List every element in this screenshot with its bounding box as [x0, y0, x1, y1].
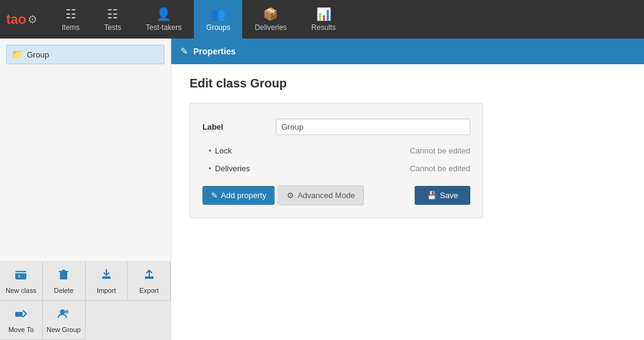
- properties-icon: ✎: [180, 46, 188, 57]
- lock-property-name: Lock: [215, 146, 283, 155]
- properties-title: Properties: [193, 46, 235, 56]
- move-to-svg: [14, 307, 28, 320]
- save-button[interactable]: 💾 Save: [415, 186, 470, 205]
- svg-point-9: [65, 310, 68, 314]
- svg-rect-6: [145, 276, 154, 279]
- advanced-mode-label: Advanced Mode: [297, 191, 355, 200]
- logo: tao ⚙: [6, 12, 37, 28]
- logo-decoration: ⚙: [28, 13, 37, 26]
- delete-svg: [57, 268, 70, 281]
- import-icon: [100, 268, 113, 284]
- delete-button[interactable]: Delete: [43, 262, 86, 301]
- items-icon: ☷: [65, 7, 76, 21]
- move-to-button[interactable]: Move To: [0, 301, 43, 340]
- deliveries-property-row: • Deliveries Cannot be edited: [202, 164, 470, 173]
- move-to-label: Move To: [9, 326, 34, 333]
- content-area: ✎ Properties Edit class Group Label • Lo…: [171, 39, 644, 340]
- top-navigation: tao ⚙ ☷ Items ☷ Tests 👤 Test-takers 👥 Gr…: [0, 0, 644, 39]
- label-input[interactable]: [276, 119, 470, 135]
- deliveries-property-name: Deliveries: [215, 164, 283, 173]
- export-button[interactable]: Export: [128, 262, 171, 301]
- svg-text:+: +: [18, 273, 21, 279]
- results-icon: 📊: [316, 7, 331, 21]
- export-svg: [142, 268, 156, 281]
- test-takers-icon: 👤: [156, 7, 171, 21]
- deliveries-icon: 📦: [263, 7, 278, 21]
- nav-label-groups: Groups: [206, 23, 230, 32]
- nav-item-tests[interactable]: ☷ Tests: [92, 0, 133, 39]
- delete-icon: [57, 268, 70, 284]
- nav-item-test-takers[interactable]: 👤 Test-takers: [133, 0, 194, 39]
- tree-item-label: Group: [27, 50, 49, 59]
- folder-icon: 📁: [12, 49, 23, 60]
- nav-item-items[interactable]: ☷ Items: [50, 0, 92, 39]
- svg-rect-4: [62, 270, 65, 271]
- new-class-icon: +: [14, 268, 28, 284]
- move-to-icon: [14, 307, 28, 323]
- nav-items: ☷ Items ☷ Tests 👤 Test-takers 👥 Groups 📦…: [50, 0, 638, 39]
- delete-label: Delete: [54, 287, 73, 294]
- export-label: Export: [139, 287, 159, 294]
- new-group-icon: [57, 307, 70, 323]
- new-group-svg: [57, 307, 70, 320]
- lock-property-row: • Lock Cannot be edited: [202, 146, 470, 155]
- gear-icon: ⚙: [287, 191, 294, 200]
- tests-icon: ☷: [107, 7, 118, 21]
- save-icon: 💾: [427, 191, 437, 200]
- new-class-button[interactable]: + New class: [0, 262, 43, 301]
- form-actions: ✎ Add property ⚙ Advanced Mode 💾 Save: [202, 185, 470, 205]
- nav-item-deliveries[interactable]: 📦 Deliveries: [242, 0, 299, 39]
- edit-class-title: Edit class Group: [190, 76, 626, 91]
- nav-label-results: Results: [311, 23, 336, 32]
- import-label: Import: [97, 287, 116, 294]
- import-button[interactable]: Import: [86, 262, 128, 301]
- save-label: Save: [440, 191, 458, 200]
- nav-item-results[interactable]: 📊 Results: [299, 0, 348, 39]
- svg-rect-5: [102, 276, 111, 279]
- nav-label-items: Items: [62, 23, 80, 32]
- new-group-button[interactable]: New Group: [43, 301, 86, 340]
- label-field-label: Label: [202, 122, 276, 131]
- tree-item-group[interactable]: 📁 Group: [6, 45, 165, 64]
- lock-property-value: Cannot be edited: [410, 146, 470, 155]
- export-icon: [142, 268, 156, 284]
- nav-label-test-takers: Test-takers: [146, 23, 182, 32]
- nav-label-deliveries: Deliveries: [254, 23, 287, 32]
- sidebar: 📁 Group + New class: [0, 39, 171, 340]
- svg-rect-3: [59, 271, 68, 272]
- sidebar-toolbar: + New class Delete: [0, 261, 171, 340]
- sidebar-tree: 📁 Group: [0, 39, 171, 261]
- add-property-label: Add property: [221, 191, 266, 200]
- import-svg: [100, 268, 113, 281]
- content-header: ✎ Properties: [171, 39, 644, 64]
- svg-rect-2: [60, 272, 67, 279]
- svg-point-8: [60, 309, 65, 314]
- nav-label-tests: Tests: [104, 23, 121, 32]
- deliveries-bullet: •: [209, 164, 212, 173]
- new-group-label: New Group: [46, 326, 81, 333]
- new-class-svg: +: [14, 268, 28, 281]
- new-class-label: New class: [6, 287, 36, 294]
- lock-bullet: •: [209, 146, 212, 155]
- deliveries-property-value: Cannot be edited: [410, 164, 470, 173]
- content-body: Edit class Group Label • Lock Cannot be …: [171, 64, 644, 340]
- main-layout: 📁 Group + New class: [0, 39, 644, 340]
- label-row: Label: [202, 119, 470, 135]
- form-panel: Label • Lock Cannot be edited • Deliveri…: [190, 103, 483, 218]
- logo-text: tao: [6, 12, 26, 28]
- nav-item-groups[interactable]: 👥 Groups: [194, 0, 242, 39]
- add-property-icon: ✎: [211, 191, 218, 200]
- advanced-mode-button[interactable]: ⚙ Advanced Mode: [278, 185, 364, 205]
- add-property-button[interactable]: ✎ Add property: [202, 186, 275, 205]
- svg-rect-7: [15, 312, 23, 317]
- groups-icon: 👥: [210, 7, 226, 21]
